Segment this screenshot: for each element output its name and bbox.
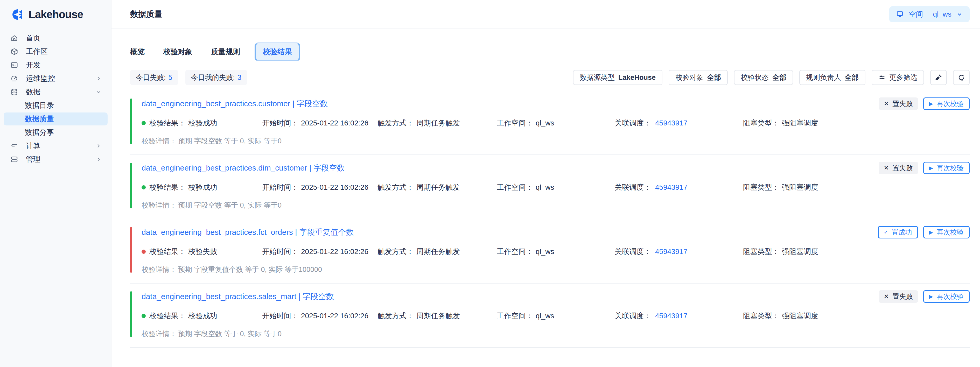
lakehouse-logo-icon (12, 8, 24, 21)
meta-label: 开始时间： (262, 311, 298, 321)
revalidate-button[interactable]: ▶ 再次校验 (923, 97, 970, 110)
stat-today-failed: 今日失败: 5 (130, 70, 178, 85)
play-icon: ▶ (929, 230, 933, 235)
schedule-id-link[interactable]: 45943917 (655, 183, 687, 192)
schedule-id-link[interactable]: 45943917 (655, 119, 687, 127)
sidebar-item-label: 管理 (26, 154, 40, 164)
meta-label: 开始时间： (262, 118, 298, 128)
filter-datasource-type[interactable]: 数据源类型 LakeHouse (573, 70, 662, 85)
status-dot (142, 121, 146, 125)
validation-result-card: data_engineering_best_practices.sales_ma… (130, 284, 970, 348)
tab-overview[interactable]: 概览 (130, 47, 145, 57)
sidebar-item-label: 工作区 (26, 47, 48, 57)
revalidate-button[interactable]: ▶ 再次校验 (923, 162, 970, 174)
block-type: 强阻塞调度 (782, 247, 818, 257)
status-dot (142, 185, 146, 189)
stat-label: 今日我的失败: (191, 73, 235, 82)
detail-value: 预期 字段空数 等于 0, 实际 等于0 (178, 202, 282, 209)
detail-label: 校验详情： (142, 266, 177, 273)
workspace-selector[interactable]: 空间 ql_ws (889, 6, 970, 22)
schedule-id-link[interactable]: 45943917 (655, 312, 687, 320)
meta-label: 阻塞类型： (743, 183, 780, 192)
sidebar-item-compute[interactable]: 计算 (4, 140, 108, 153)
brand-name: Lakehouse (29, 8, 83, 21)
card-actions: ✕ 置失败 ▶ 再次校验 (879, 97, 970, 110)
set-success-button[interactable]: ✓ 置成功 (878, 226, 918, 238)
sidebar-item-data-sharing[interactable]: 数据分享 (4, 126, 108, 139)
meta-label: 开始时间： (262, 247, 298, 257)
result-detail-row: 校验详情：预期 字段重复值个数 等于 0, 实际 等于100000 (142, 265, 970, 274)
detail-value: 预期 字段重复值个数 等于 0, 实际 等于100000 (178, 266, 322, 273)
meta-label: 工作空间： (497, 311, 533, 321)
result-title-link[interactable]: data_engineering_best_practices.sales_ma… (142, 291, 334, 302)
brand-logo[interactable]: Lakehouse (0, 0, 111, 29)
workspace-value: ql_ws (536, 183, 554, 192)
meta-label: 关联调度： (615, 118, 651, 128)
terminal-icon (10, 60, 19, 70)
trigger-type: 周期任务触发 (416, 118, 460, 128)
chevron-right-icon (95, 156, 102, 163)
set-fail-button[interactable]: ✕ 置失败 (879, 290, 918, 303)
sidebar-item-data-catalog[interactable]: 数据目录 (4, 99, 108, 112)
button-label: 再次校验 (937, 228, 964, 237)
meta-label: 触发方式： (377, 247, 414, 257)
meta-label: 校验结果： (150, 247, 186, 257)
tab-quality-rules[interactable]: 质量规则 (211, 47, 240, 57)
result-status: 校验成功 (188, 311, 217, 321)
filter-label: 数据源类型 (580, 73, 615, 82)
set-fail-button[interactable]: ✕ 置失败 (879, 162, 918, 174)
chevron-down-icon (95, 89, 102, 95)
filter-label: 更多筛选 (889, 73, 917, 82)
trigger-type: 周期任务触发 (416, 311, 460, 321)
home-icon (10, 34, 19, 43)
trigger-type: 周期任务触发 (416, 247, 460, 257)
sidebar-item-label: 计算 (26, 141, 40, 151)
sidebar-item-data-quality[interactable]: 数据质量 (4, 113, 108, 126)
result-title-link[interactable]: data_engineering_best_practices.customer… (142, 99, 328, 109)
meta-label: 开始时间： (262, 183, 298, 192)
tab-bar: 概览 校验对象 质量规则 校验结果 (130, 43, 970, 61)
sidebar-item-home[interactable]: 首页 (4, 32, 108, 44)
button-label: 再次校验 (937, 164, 964, 173)
result-title-link[interactable]: data_engineering_best_practices.dim_cust… (142, 163, 345, 173)
workspace-value: ql_ws (536, 248, 554, 256)
close-icon: ✕ (884, 100, 889, 107)
detail-label: 校验详情： (142, 202, 177, 209)
sidebar-item-admin[interactable]: 管理 (4, 153, 108, 166)
filter-rule-owner[interactable]: 规则负责人 全部 (799, 70, 865, 85)
tab-validation-objects[interactable]: 校验对象 (163, 47, 192, 57)
more-filters-button[interactable]: 更多筛选 (872, 70, 924, 85)
chevron-right-icon (95, 143, 102, 149)
close-icon: ✕ (884, 293, 889, 300)
sidebar-item-data[interactable]: 数据 (4, 86, 108, 99)
revalidate-button[interactable]: ▶ 再次校验 (923, 290, 970, 303)
sidebar-item-develop[interactable]: 开发 (4, 59, 108, 71)
broom-icon (935, 74, 942, 81)
filter-value: 全部 (845, 73, 859, 82)
schedule-id-link[interactable]: 45943917 (655, 248, 687, 256)
set-fail-button[interactable]: ✕ 置失败 (879, 97, 918, 110)
button-label: 置失败 (892, 164, 913, 173)
meta-label: 校验结果： (150, 311, 186, 321)
meta-label: 校验结果： (150, 183, 186, 192)
filter-validation-object[interactable]: 校验对象 全部 (669, 70, 728, 85)
sidebar-item-workspace[interactable]: 工作区 (4, 45, 108, 58)
divider (928, 10, 928, 18)
revalidate-button[interactable]: ▶ 再次校验 (923, 226, 970, 238)
meta-label: 触发方式： (377, 183, 414, 192)
status-stripe (130, 99, 132, 144)
validation-result-card: data_engineering_best_practices.customer… (130, 91, 970, 155)
button-label: 置失败 (892, 292, 913, 301)
result-title-link[interactable]: data_engineering_best_practices.fct_orde… (142, 227, 354, 238)
meta-label: 阻塞类型： (743, 118, 780, 128)
clear-filters-button[interactable] (930, 70, 947, 85)
server-icon (10, 155, 19, 164)
card-actions: ✕ 置失败 ▶ 再次校验 (879, 290, 970, 303)
button-label: 再次校验 (937, 99, 964, 108)
refresh-icon-button[interactable] (953, 70, 970, 85)
play-icon: ▶ (929, 101, 933, 106)
tab-validation-results[interactable]: 校验结果 (255, 43, 300, 61)
status-stripe (130, 227, 132, 273)
sidebar-item-ops-monitoring[interactable]: 运维监控 (4, 72, 108, 85)
filter-validation-status[interactable]: 校验状态 全部 (734, 70, 793, 85)
